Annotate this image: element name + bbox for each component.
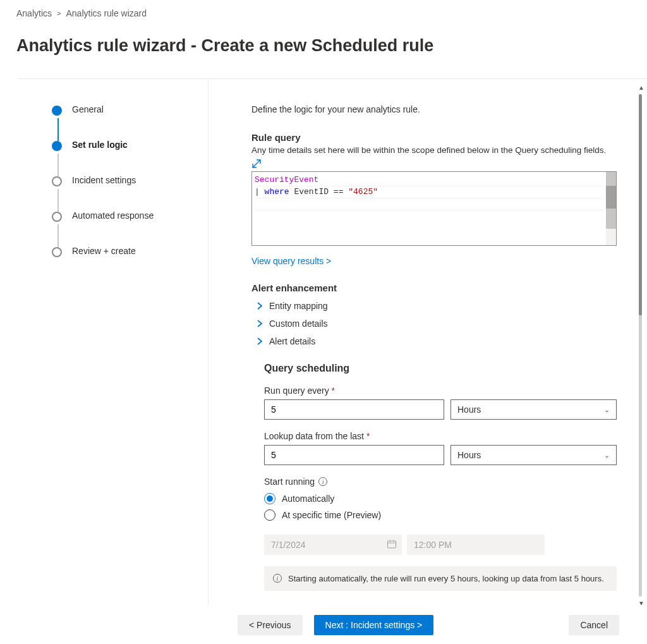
step-dot-incident-settings bbox=[52, 176, 62, 186]
start-running-label: Start running bbox=[264, 477, 315, 487]
calendar-icon bbox=[387, 539, 397, 549]
start-date-input: 7/1/2024 bbox=[264, 535, 402, 555]
chevron-down-icon: ⌄ bbox=[604, 451, 610, 459]
rule-query-editor[interactable]: SecurityEvent | where EventID == "4625" bbox=[251, 171, 617, 246]
radio-icon[interactable] bbox=[264, 493, 275, 504]
lookup-data-unit-select[interactable]: Hours ⌄ bbox=[450, 445, 617, 465]
expander-entity-mapping[interactable]: Entity mapping bbox=[251, 297, 617, 315]
run-query-every-unit-select[interactable]: Hours ⌄ bbox=[450, 399, 617, 420]
expand-arrow-icon[interactable] bbox=[251, 159, 617, 169]
rule-query-heading: Rule query bbox=[251, 132, 617, 143]
step-set-rule-logic[interactable]: Set rule logic bbox=[72, 140, 128, 150]
query-token-field: EventID bbox=[289, 187, 334, 197]
lookup-data-label: Lookup data from the last * bbox=[264, 431, 617, 441]
breadcrumb-root[interactable]: Analytics bbox=[16, 8, 52, 18]
radio-icon[interactable] bbox=[264, 509, 275, 521]
alert-enhancement-heading: Alert enhancement bbox=[251, 283, 617, 293]
step-connector bbox=[57, 189, 59, 212]
select-value: Hours bbox=[457, 450, 481, 460]
query-token-string: "4625" bbox=[348, 187, 378, 197]
query-token-pipe: | bbox=[255, 187, 265, 197]
step-general[interactable]: General bbox=[72, 104, 104, 114]
info-banner-text: Starting automatically, the rule will ru… bbox=[288, 574, 604, 583]
page-title: Analytics rule wizard - Create a new Sch… bbox=[0, 36, 647, 67]
required-asterisk: * bbox=[366, 431, 370, 441]
step-dot-general bbox=[52, 106, 62, 116]
expander-custom-details[interactable]: Custom details bbox=[251, 315, 617, 332]
radio-at-specific-time[interactable]: At specific time (Preview) bbox=[264, 507, 617, 523]
required-asterisk: * bbox=[332, 386, 335, 396]
rule-query-subtext: Any time details set here will be within… bbox=[251, 145, 617, 155]
radio-label: Automatically bbox=[282, 494, 334, 504]
chevron-right-icon bbox=[257, 302, 263, 310]
step-automated-response[interactable]: Automated response bbox=[72, 210, 154, 221]
select-value: Hours bbox=[457, 404, 481, 415]
step-dot-automated-response bbox=[52, 212, 62, 222]
query-token-identifier: SecurityEvent bbox=[255, 175, 318, 185]
scroll-up-icon[interactable]: ▲ bbox=[638, 84, 644, 91]
chevron-right-icon bbox=[257, 337, 263, 345]
step-incident-settings[interactable]: Incident settings bbox=[72, 175, 136, 185]
info-icon: i bbox=[273, 574, 282, 583]
expander-label: Entity mapping bbox=[269, 301, 328, 311]
radio-automatically[interactable]: Automatically bbox=[264, 490, 617, 507]
radio-label: At specific time (Preview) bbox=[282, 510, 381, 520]
chevron-right-icon: > bbox=[57, 9, 61, 17]
query-scheduling-heading: Query scheduling bbox=[264, 363, 617, 374]
wizard-footer: < Previous Next : Incident settings > Ca… bbox=[0, 605, 647, 644]
start-time-input: 12:00 PM bbox=[407, 535, 545, 555]
step-connector bbox=[57, 154, 59, 176]
next-button[interactable]: Next : Incident settings > bbox=[314, 615, 434, 635]
run-query-every-value-input[interactable] bbox=[264, 399, 444, 420]
query-token-keyword: where bbox=[265, 187, 289, 197]
step-review-create[interactable]: Review + create bbox=[72, 246, 136, 256]
content-lead-text: Define the logic for your new analytics … bbox=[251, 104, 617, 114]
run-query-every-label: Run query every * bbox=[264, 386, 617, 396]
expander-label: Alert details bbox=[269, 336, 315, 346]
step-connector bbox=[57, 118, 59, 141]
start-date-value: 7/1/2024 bbox=[271, 540, 306, 550]
scrollbar-thumb[interactable] bbox=[639, 94, 642, 315]
expander-alert-details[interactable]: Alert details bbox=[251, 332, 617, 350]
query-scrollbar-thumb-inner[interactable] bbox=[606, 186, 616, 209]
breadcrumb-current: Analytics rule wizard bbox=[66, 8, 147, 18]
previous-button[interactable]: < Previous bbox=[238, 615, 303, 635]
scheduling-info-banner: i Starting automatically, the rule will … bbox=[264, 566, 617, 591]
query-scrollbar[interactable] bbox=[606, 172, 616, 245]
query-token-operator: == bbox=[334, 187, 348, 197]
step-connector bbox=[57, 224, 59, 247]
breadcrumb: Analytics > Analytics rule wizard bbox=[0, 0, 647, 25]
step-dot-set-rule-logic bbox=[52, 141, 62, 151]
wizard-stepper: General Set rule logic Incident settings… bbox=[19, 79, 209, 612]
expander-label: Custom details bbox=[269, 319, 328, 329]
chevron-right-icon bbox=[257, 320, 263, 327]
chevron-down-icon: ⌄ bbox=[604, 406, 610, 414]
svg-rect-0 bbox=[388, 541, 396, 548]
step-dot-review-create bbox=[52, 247, 62, 257]
lookup-data-value-input[interactable] bbox=[264, 445, 444, 465]
view-query-results-link[interactable]: View query results > bbox=[251, 256, 331, 266]
start-time-value: 12:00 PM bbox=[414, 540, 452, 550]
info-icon[interactable]: i bbox=[318, 477, 327, 486]
cancel-button[interactable]: Cancel bbox=[569, 615, 619, 635]
wizard-content: Define the logic for your new analytics … bbox=[209, 79, 647, 612]
